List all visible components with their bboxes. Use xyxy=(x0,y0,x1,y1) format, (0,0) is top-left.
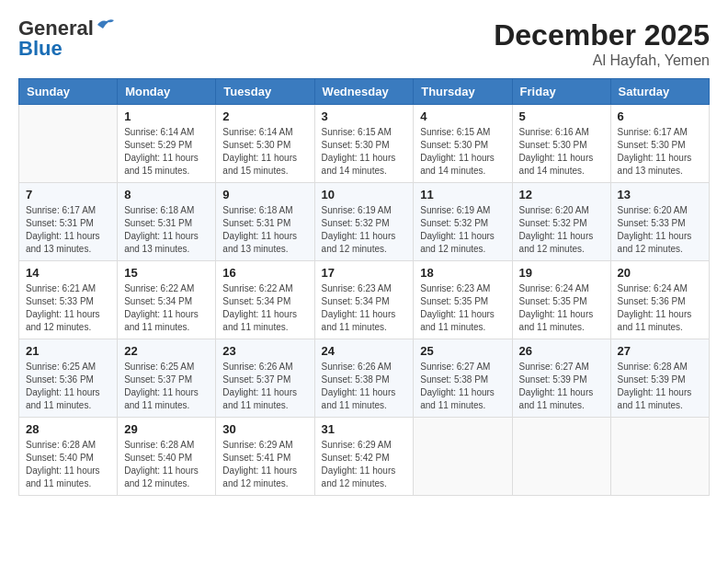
day-info: Sunrise: 6:27 AMSunset: 5:39 PMDaylight:… xyxy=(519,361,604,412)
table-row: 17Sunrise: 6:23 AMSunset: 5:34 PMDayligh… xyxy=(314,261,414,339)
calendar-header-row: Sunday Monday Tuesday Wednesday Thursday… xyxy=(19,79,710,105)
day-info: Sunrise: 6:25 AMSunset: 5:37 PMDaylight:… xyxy=(124,361,209,412)
table-row: 5Sunrise: 6:16 AMSunset: 5:30 PMDaylight… xyxy=(512,105,610,183)
day-info: Sunrise: 6:16 AMSunset: 5:30 PMDaylight:… xyxy=(519,126,604,178)
calendar-week-3: 14Sunrise: 6:21 AMSunset: 5:33 PMDayligh… xyxy=(19,261,710,339)
header-wednesday: Wednesday xyxy=(314,79,414,105)
day-number: 6 xyxy=(618,109,702,123)
table-row: 19Sunrise: 6:24 AMSunset: 5:35 PMDayligh… xyxy=(512,261,610,339)
table-row: 13Sunrise: 6:20 AMSunset: 5:33 PMDayligh… xyxy=(610,183,709,261)
day-info: Sunrise: 6:19 AMSunset: 5:32 PMDaylight:… xyxy=(420,204,505,256)
table-row: 28Sunrise: 6:28 AMSunset: 5:40 PMDayligh… xyxy=(19,418,118,496)
day-info: Sunrise: 6:24 AMSunset: 5:35 PMDaylight:… xyxy=(519,282,604,334)
day-info: Sunrise: 6:28 AMSunset: 5:40 PMDaylight:… xyxy=(124,439,209,490)
header-sunday: Sunday xyxy=(19,79,118,105)
logo: General Blue xyxy=(18,18,116,59)
header-tuesday: Tuesday xyxy=(216,79,314,105)
day-number: 15 xyxy=(124,266,209,280)
calendar-week-2: 7Sunrise: 6:17 AMSunset: 5:31 PMDaylight… xyxy=(19,183,710,261)
table-row: 15Sunrise: 6:22 AMSunset: 5:34 PMDayligh… xyxy=(118,261,216,339)
day-number: 11 xyxy=(420,188,505,201)
table-row: 30Sunrise: 6:29 AMSunset: 5:41 PMDayligh… xyxy=(216,418,314,496)
table-row xyxy=(414,418,512,496)
day-info: Sunrise: 6:17 AMSunset: 5:30 PMDaylight:… xyxy=(618,126,702,178)
day-number: 31 xyxy=(322,422,407,436)
day-info: Sunrise: 6:24 AMSunset: 5:36 PMDaylight:… xyxy=(618,282,702,334)
day-info: Sunrise: 6:23 AMSunset: 5:35 PMDaylight:… xyxy=(420,282,505,334)
title-section: December 2025 Al Hayfah, Yemen xyxy=(494,18,710,69)
day-number: 16 xyxy=(222,266,307,280)
day-number: 14 xyxy=(26,266,110,280)
day-number: 26 xyxy=(519,344,604,358)
table-row: 18Sunrise: 6:23 AMSunset: 5:35 PMDayligh… xyxy=(414,261,512,339)
header-monday: Monday xyxy=(118,79,216,105)
calendar-week-1: 1Sunrise: 6:14 AMSunset: 5:29 PMDaylight… xyxy=(19,105,710,183)
day-number: 1 xyxy=(124,109,209,123)
day-info: Sunrise: 6:26 AMSunset: 5:38 PMDaylight:… xyxy=(322,361,407,412)
table-row: 10Sunrise: 6:19 AMSunset: 5:32 PMDayligh… xyxy=(314,183,414,261)
day-number: 18 xyxy=(420,266,505,280)
table-row: 7Sunrise: 6:17 AMSunset: 5:31 PMDaylight… xyxy=(19,183,118,261)
logo-blue: Blue xyxy=(18,39,63,59)
day-number: 4 xyxy=(420,109,505,123)
day-info: Sunrise: 6:18 AMSunset: 5:31 PMDaylight:… xyxy=(222,204,307,256)
table-row: 25Sunrise: 6:27 AMSunset: 5:38 PMDayligh… xyxy=(414,339,512,418)
table-row: 14Sunrise: 6:21 AMSunset: 5:33 PMDayligh… xyxy=(19,261,118,339)
day-info: Sunrise: 6:29 AMSunset: 5:41 PMDaylight:… xyxy=(222,439,307,490)
calendar-week-4: 21Sunrise: 6:25 AMSunset: 5:36 PMDayligh… xyxy=(19,339,710,418)
day-number: 25 xyxy=(420,344,505,358)
table-row: 11Sunrise: 6:19 AMSunset: 5:32 PMDayligh… xyxy=(414,183,512,261)
day-info: Sunrise: 6:25 AMSunset: 5:36 PMDaylight:… xyxy=(26,361,110,412)
day-info: Sunrise: 6:18 AMSunset: 5:31 PMDaylight:… xyxy=(124,204,209,256)
table-row: 20Sunrise: 6:24 AMSunset: 5:36 PMDayligh… xyxy=(610,261,709,339)
day-number: 24 xyxy=(322,344,407,358)
day-number: 12 xyxy=(519,188,604,201)
table-row: 23Sunrise: 6:26 AMSunset: 5:37 PMDayligh… xyxy=(216,339,314,418)
page-header: General Blue December 2025 Al Hayfah, Ye… xyxy=(18,18,710,69)
day-info: Sunrise: 6:15 AMSunset: 5:30 PMDaylight:… xyxy=(420,126,505,178)
day-info: Sunrise: 6:15 AMSunset: 5:30 PMDaylight:… xyxy=(322,126,407,178)
table-row: 29Sunrise: 6:28 AMSunset: 5:40 PMDayligh… xyxy=(118,418,216,496)
day-number: 27 xyxy=(618,344,702,358)
day-info: Sunrise: 6:28 AMSunset: 5:39 PMDaylight:… xyxy=(618,361,702,412)
day-number: 22 xyxy=(124,344,209,358)
header-thursday: Thursday xyxy=(414,79,512,105)
table-row: 24Sunrise: 6:26 AMSunset: 5:38 PMDayligh… xyxy=(314,339,414,418)
day-number: 23 xyxy=(222,344,307,358)
day-info: Sunrise: 6:22 AMSunset: 5:34 PMDaylight:… xyxy=(222,282,307,334)
day-number: 17 xyxy=(322,266,407,280)
day-info: Sunrise: 6:14 AMSunset: 5:30 PMDaylight:… xyxy=(222,126,307,178)
table-row: 8Sunrise: 6:18 AMSunset: 5:31 PMDaylight… xyxy=(118,183,216,261)
table-row: 4Sunrise: 6:15 AMSunset: 5:30 PMDaylight… xyxy=(414,105,512,183)
table-row: 27Sunrise: 6:28 AMSunset: 5:39 PMDayligh… xyxy=(610,339,709,418)
logo-bird-icon xyxy=(96,17,116,32)
month-title: December 2025 xyxy=(494,18,710,52)
day-number: 29 xyxy=(124,422,209,436)
day-number: 8 xyxy=(124,188,209,201)
table-row: 21Sunrise: 6:25 AMSunset: 5:36 PMDayligh… xyxy=(19,339,118,418)
day-number: 28 xyxy=(26,422,110,436)
table-row: 9Sunrise: 6:18 AMSunset: 5:31 PMDaylight… xyxy=(216,183,314,261)
day-number: 10 xyxy=(322,188,407,201)
header-saturday: Saturday xyxy=(610,79,709,105)
table-row xyxy=(19,105,118,183)
logo-text: General xyxy=(18,18,94,39)
day-info: Sunrise: 6:21 AMSunset: 5:33 PMDaylight:… xyxy=(26,282,110,334)
calendar-week-5: 28Sunrise: 6:28 AMSunset: 5:40 PMDayligh… xyxy=(19,418,710,496)
table-row: 12Sunrise: 6:20 AMSunset: 5:32 PMDayligh… xyxy=(512,183,610,261)
day-info: Sunrise: 6:23 AMSunset: 5:34 PMDaylight:… xyxy=(322,282,407,334)
day-info: Sunrise: 6:14 AMSunset: 5:29 PMDaylight:… xyxy=(124,126,209,178)
header-friday: Friday xyxy=(512,79,610,105)
day-info: Sunrise: 6:19 AMSunset: 5:32 PMDaylight:… xyxy=(322,204,407,256)
table-row xyxy=(512,418,610,496)
day-info: Sunrise: 6:26 AMSunset: 5:37 PMDaylight:… xyxy=(222,361,307,412)
day-info: Sunrise: 6:20 AMSunset: 5:32 PMDaylight:… xyxy=(519,204,604,256)
day-number: 5 xyxy=(519,109,604,123)
day-info: Sunrise: 6:28 AMSunset: 5:40 PMDaylight:… xyxy=(26,439,110,490)
table-row: 1Sunrise: 6:14 AMSunset: 5:29 PMDaylight… xyxy=(118,105,216,183)
day-info: Sunrise: 6:20 AMSunset: 5:33 PMDaylight:… xyxy=(618,204,702,256)
day-number: 21 xyxy=(26,344,110,358)
day-number: 30 xyxy=(222,422,307,436)
table-row: 31Sunrise: 6:29 AMSunset: 5:42 PMDayligh… xyxy=(314,418,414,496)
day-number: 19 xyxy=(519,266,604,280)
